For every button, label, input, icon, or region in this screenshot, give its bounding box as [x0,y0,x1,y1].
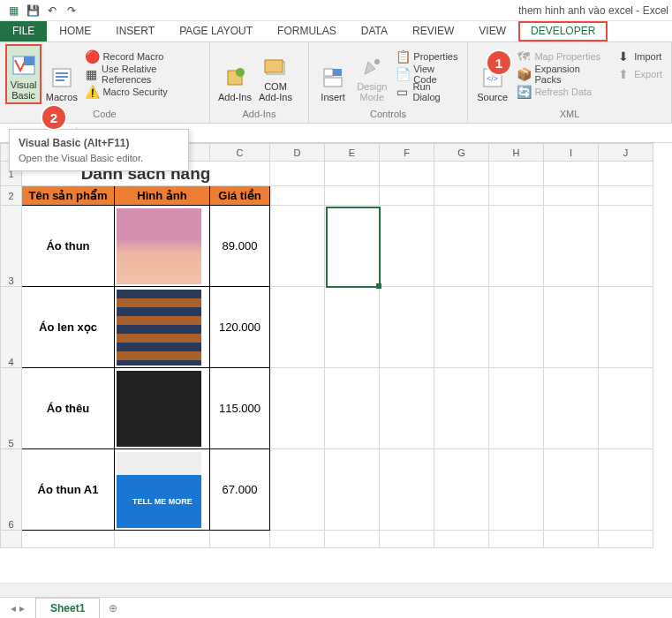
tab-insert[interactable]: INSERT [103,21,167,41]
svg-rect-10 [324,69,333,76]
add-sheet-button[interactable]: ⊕ [100,599,126,618]
macros-button[interactable]: Macros [43,44,79,104]
row-4[interactable]: 4 [1,287,22,368]
row-7[interactable] [1,531,22,548]
product-image-3 [117,371,201,447]
visual-basic-button[interactable]: Visual Basic [5,44,42,104]
expansion-packs-icon: 📦 [517,67,531,81]
refresh-data-button[interactable]: 🔄 Refresh Data [513,83,611,101]
svg-rect-9 [265,60,283,72]
redo-icon[interactable]: ↷ [64,3,79,19]
row-2[interactable]: 2 [1,186,22,206]
excel-logo-icon: ▦ [5,3,21,19]
product-price[interactable]: 89.000 [210,206,270,287]
row-3[interactable]: 3 [1,206,22,287]
refresh-data-icon: 🔄 [517,85,531,99]
visual-basic-icon [10,51,38,79]
product-price[interactable]: 115.000 [210,368,270,449]
undo-icon[interactable]: ↶ [44,3,60,19]
product-image[interactable] [115,368,210,449]
tab-file[interactable]: FILE [0,21,47,41]
svg-text:</>: </> [487,74,498,83]
view-code-button[interactable]: 📄 View Code [392,65,462,83]
record-macro-button[interactable]: 🔴 Record Macro [81,48,204,65]
col-d[interactable]: D [270,144,325,162]
product-name[interactable]: Áo thun A1 [22,449,115,531]
macro-security-label: Macro Security [102,87,167,97]
product-name[interactable]: Áo len xọc [22,287,115,368]
ribbon-tabs: FILE HOME INSERT PAGE LAYOUT FORMULAS DA… [0,21,672,42]
svg-rect-4 [56,76,68,78]
tab-home[interactable]: HOME [47,21,103,41]
map-properties-button[interactable]: 🗺 Map Properties [513,48,611,65]
col-f[interactable]: F [380,144,434,162]
macros-icon [48,64,76,92]
run-dialog-label: Run Dialog [412,81,458,102]
col-i[interactable]: I [544,144,599,162]
header-image[interactable]: Hình ảnh [115,186,210,206]
addins-button[interactable]: Add-Ins [215,44,254,104]
xml-group-label: XML [473,107,666,121]
save-icon[interactable]: 💾 [25,3,41,19]
design-mode-button[interactable]: Design Mode [353,44,390,104]
svg-rect-1 [24,57,34,65]
tab-review[interactable]: REVIEW [400,21,466,41]
run-dialog-icon: ▭ [396,85,409,99]
product-price[interactable]: 67.000 [210,449,270,531]
tab-developer[interactable]: DEVELOPER [518,21,608,41]
tab-page-layout[interactable]: PAGE LAYOUT [167,21,265,41]
header-price[interactable]: Giá tiền [210,186,270,206]
product-name[interactable]: Áo thêu [22,368,115,449]
ribbon-group-controls: Insert Design Mode 📋 Properties 📄 View C… [309,42,468,123]
tab-data[interactable]: DATA [349,21,400,41]
product-image[interactable] [115,287,210,368]
addins-label: Add-Ins [218,92,252,102]
macro-security-button[interactable]: ⚠️ Macro Security [81,83,204,101]
import-icon: ⬇ [616,49,630,64]
row-6[interactable]: 6 [1,449,22,531]
product-price[interactable]: 120.000 [210,287,270,368]
svg-point-13 [374,59,380,64]
import-button[interactable]: ⬇ Import [613,48,666,65]
col-g[interactable]: G [434,144,489,162]
use-relative-label: Use Relative References [102,64,200,85]
com-addins-icon [261,53,290,81]
col-c[interactable]: C [210,144,270,162]
product-image-4 [117,452,201,528]
insert-control-icon [319,64,347,92]
map-properties-label: Map Properties [534,51,600,62]
tooltip-title: Visual Basic (Alt+F11) [19,137,179,149]
import-label: Import [634,51,661,62]
col-e[interactable]: E [325,144,380,162]
properties-button[interactable]: 📋 Properties [392,48,462,65]
col-h[interactable]: H [489,144,544,162]
product-image-1 [117,208,201,284]
tab-formulas[interactable]: FORMULAS [265,21,349,41]
sheet-nav[interactable]: ◂ ▸ [0,602,35,614]
tab-view[interactable]: VIEW [466,21,518,41]
row-5[interactable]: 5 [1,368,22,449]
run-dialog-button[interactable]: ▭ Run Dialog [392,83,462,101]
com-addins-button[interactable]: COM Add-Ins [256,44,295,104]
use-relative-button[interactable]: ▦ Use Relative References [81,65,204,83]
product-image[interactable] [115,449,210,531]
expansion-packs-button[interactable]: 📦 Expansion Packs [513,65,611,83]
design-mode-label: Design Mode [355,81,389,102]
sheet-tab-active[interactable]: Sheet1 [35,598,100,618]
product-image-2 [117,290,201,366]
record-macro-icon: 🔴 [85,49,99,64]
insert-control-label: Insert [321,92,345,102]
controls-group-label: Controls [314,107,462,121]
col-j[interactable]: J [599,144,653,162]
export-button[interactable]: ⬆ Export [613,65,666,83]
source-label: Source [477,92,508,102]
product-name[interactable]: Áo thun [22,206,115,287]
horizontal-scrollbar[interactable] [0,583,672,597]
insert-control-button[interactable]: Insert [314,44,351,104]
com-addins-label: COM Add-Ins [258,81,293,102]
spreadsheet-grid[interactable]: A B C D E F G H I J 1 Danh sách hàng 2 T… [0,143,672,548]
design-mode-icon [358,53,386,81]
header-name[interactable]: Tên sản phẩm [22,186,115,206]
addins-icon [221,64,249,92]
product-image[interactable] [115,206,210,287]
